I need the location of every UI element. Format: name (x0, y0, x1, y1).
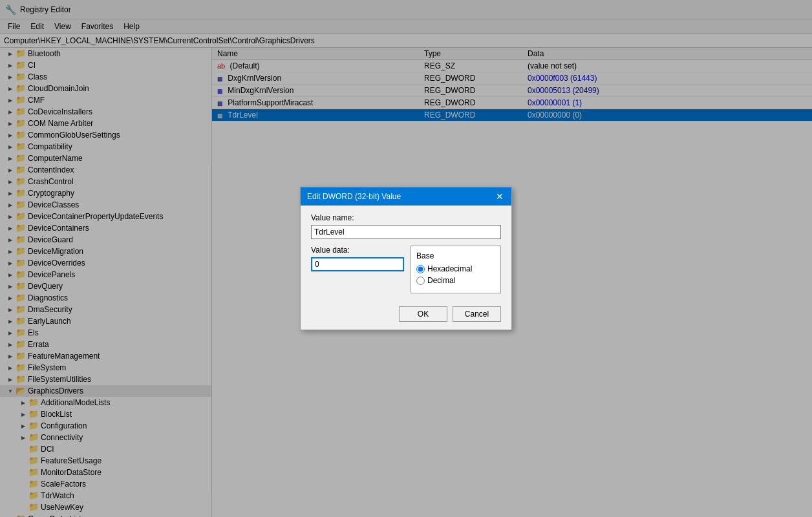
base-label: Base (416, 251, 495, 260)
ok-button[interactable]: OK (399, 306, 447, 322)
dialog-body: Value name: Value data: Base Hexadecimal (301, 206, 511, 301)
value-data-label: Value data: (311, 246, 404, 255)
radio-dec-label: Decimal (427, 276, 455, 285)
value-name-input[interactable] (311, 225, 501, 239)
dialog-title: Edit DWORD (32-bit) Value (307, 192, 401, 201)
dialog-close-button[interactable]: ✕ (495, 191, 505, 202)
modal-overlay: Edit DWORD (32-bit) Value ✕ Value name: … (0, 0, 812, 517)
value-data-input[interactable] (311, 257, 404, 271)
radio-hex-label: Hexadecimal (427, 264, 472, 273)
dialog-title-bar: Edit DWORD (32-bit) Value ✕ (301, 187, 511, 206)
radio-hexadecimal[interactable]: Hexadecimal (416, 264, 495, 273)
edit-dword-dialog: Edit DWORD (32-bit) Value ✕ Value name: … (300, 187, 512, 330)
radio-dec-input[interactable] (416, 277, 425, 285)
base-box: Base Hexadecimal Decimal (411, 246, 501, 293)
radio-decimal[interactable]: Decimal (416, 276, 495, 285)
radio-hex-input[interactable] (416, 265, 425, 273)
value-name-label: Value name: (311, 213, 501, 222)
dialog-buttons: OK Cancel (301, 301, 511, 330)
cancel-button[interactable]: Cancel (453, 306, 501, 322)
